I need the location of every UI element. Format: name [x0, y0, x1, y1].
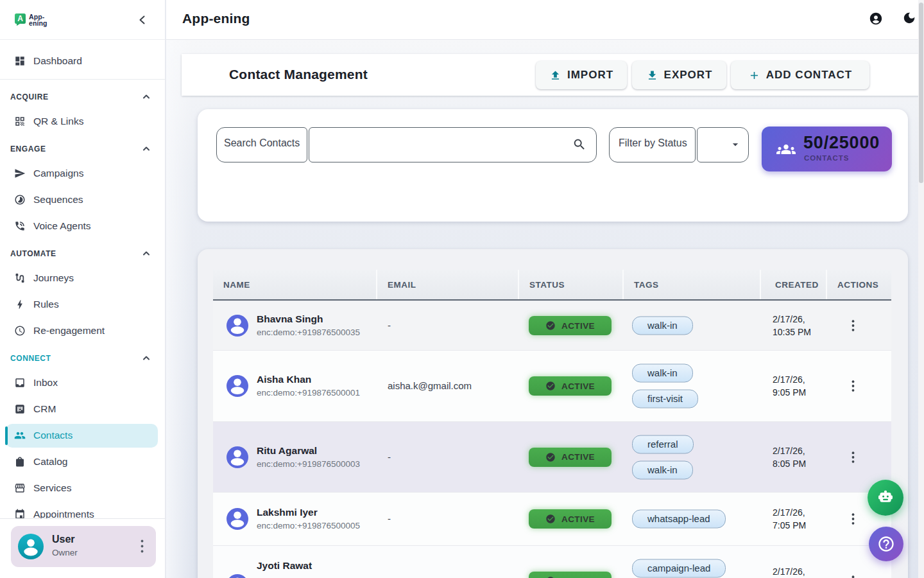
svg-text:A: A: [17, 14, 23, 23]
